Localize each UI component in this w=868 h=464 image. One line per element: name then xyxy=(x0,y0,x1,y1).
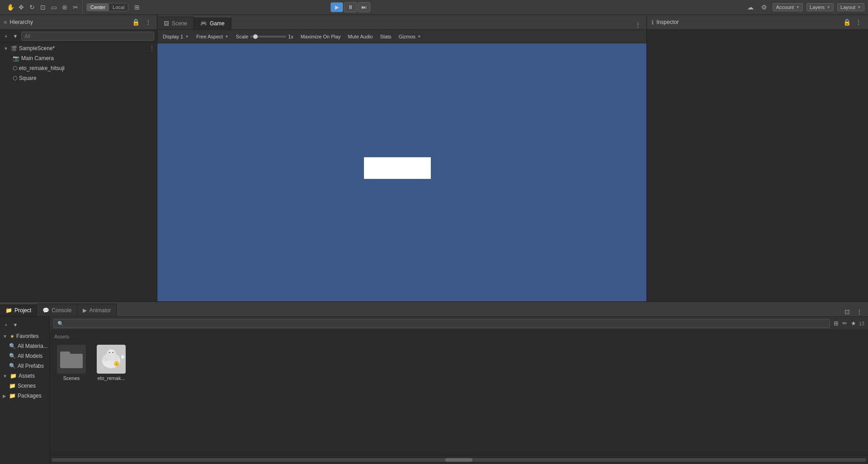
sidebar-scenes[interactable]: 📁 Scenes xyxy=(0,381,49,391)
display-selector[interactable]: Display 1 ▼ xyxy=(161,33,191,40)
scene-tab[interactable]: 🖼 Scene xyxy=(157,17,194,29)
account-dropdown[interactable]: Account ▼ xyxy=(773,3,803,11)
all-models-label: All Models xyxy=(18,353,42,359)
project-search-input[interactable] xyxy=(53,319,830,328)
aspect-label: Free Aspect xyxy=(196,34,223,39)
stats-btn[interactable]: Stats xyxy=(378,33,393,40)
layers-label: Layers xyxy=(810,5,825,10)
center-btn[interactable]: Center xyxy=(87,4,109,11)
sidebar-favorites[interactable]: ▼ ★ Favorites xyxy=(0,331,49,341)
gizmos-arrow: ▼ xyxy=(417,34,421,39)
scale-slider[interactable] xyxy=(250,36,286,37)
aspect-selector[interactable]: Free Aspect ▼ xyxy=(194,33,231,40)
mute-audio-btn[interactable]: Mute Audio xyxy=(346,33,375,40)
display-arrow: ▼ xyxy=(185,34,189,39)
hierarchy-add-btn[interactable]: + xyxy=(3,33,9,40)
scale-tool-btn[interactable]: ⊡ xyxy=(38,2,48,12)
inspector-lock-btn[interactable]: 🔒 xyxy=(843,19,851,26)
console-tab[interactable]: 💬 Console xyxy=(37,304,77,316)
project-add-btn[interactable]: + xyxy=(3,321,9,328)
step-button[interactable]: ⏭ xyxy=(358,2,370,12)
game-tab[interactable]: 🎮 Game xyxy=(194,17,231,29)
assets-arrow-icon: ▼ xyxy=(3,374,7,379)
packages-label: Packages xyxy=(18,393,42,399)
bottom-more-btn[interactable]: ⋮ xyxy=(854,307,864,316)
game-toolbar: Display 1 ▼ Free Aspect ▼ Scale 1x Maxim… xyxy=(157,30,646,43)
sidebar-all-materials[interactable]: 🔍 All Materia... xyxy=(0,341,49,351)
account-label: Account xyxy=(776,5,794,10)
sidebar-assets-header[interactable]: ▼ 📁 Assets xyxy=(0,371,49,381)
hierarchy-sheep-item[interactable]: ⬡ eto_remake_hitsuji xyxy=(0,63,157,73)
collab-icon[interactable]: ☁ xyxy=(745,2,755,12)
rotate-tool-btn[interactable]: ↻ xyxy=(27,2,37,12)
all-materials-label: All Materia... xyxy=(18,343,48,349)
mute-label: Mute Audio xyxy=(348,34,373,39)
gizmos-btn[interactable]: Gizmos ▼ xyxy=(397,33,423,40)
scene-name: SampleScene* xyxy=(19,45,55,52)
asset-scenes-folder[interactable]: Scenes xyxy=(53,343,90,383)
hierarchy-dropdown-btn[interactable]: ▼ xyxy=(11,33,19,40)
sheep-name: eto_remake_hitsuji xyxy=(19,65,65,71)
svg-rect-1 xyxy=(60,352,70,356)
scale-label: Scale xyxy=(236,34,249,39)
scene-game-tabbar: 🖼 Scene 🎮 Game ⋮ xyxy=(157,15,646,30)
game-tab-label: Game xyxy=(210,20,225,27)
obj-icon-2: ⬡ xyxy=(13,75,17,81)
right-toolbar: ☁ ⚙ Account ▼ Layers ▼ Layout ▼ xyxy=(745,2,864,12)
inspector-icon: ℹ xyxy=(651,19,654,26)
tab-more-btn[interactable]: ⋮ xyxy=(633,20,643,29)
transform-tool-btn[interactable]: ⊛ xyxy=(60,2,70,12)
project-tab[interactable]: 📁 Project xyxy=(0,304,37,316)
bottom-maximize-btn[interactable]: ⊡ xyxy=(843,307,852,316)
project-add-bar: + ▼ xyxy=(0,319,49,331)
pause-button[interactable]: ⏸ xyxy=(344,2,357,12)
scene-dots-btn[interactable]: ⋮ xyxy=(149,45,155,52)
layout-dropdown[interactable]: Layout ▼ xyxy=(837,3,864,11)
grid-btn[interactable]: ⊞ xyxy=(132,2,142,12)
project-dropdown-btn[interactable]: ▼ xyxy=(11,321,19,328)
asset-sheep-sprite[interactable]: ¥ eto_remak... xyxy=(93,343,129,383)
project-scrollbar[interactable] xyxy=(52,458,866,462)
hierarchy-more-btn[interactable]: ⋮ xyxy=(143,18,153,27)
console-tab-label: Console xyxy=(52,307,71,314)
hierarchy-scene-item[interactable]: ▼ 🎬 SampleScene* ⋮ xyxy=(0,43,157,53)
search-icon-1: 🔍 xyxy=(9,343,16,349)
inspector-panel: ℹ Inspector 🔒 ⋮ xyxy=(646,15,868,301)
play-button[interactable]: ▶ xyxy=(330,2,343,12)
project-tab-icon: 📁 xyxy=(5,307,12,314)
hierarchy-camera-item[interactable]: 📷 Main Camera xyxy=(0,53,157,63)
animator-tab[interactable]: ▶ Animator xyxy=(77,304,117,316)
layers-dropdown[interactable]: Layers ▼ xyxy=(807,3,834,11)
favorites-star-icon: ★ xyxy=(10,333,14,339)
columns-view-btn[interactable]: ⊞ xyxy=(833,319,840,328)
hand-tool-btn[interactable]: ✋ xyxy=(5,2,15,12)
tab-actions: ⋮ xyxy=(633,20,646,29)
tool-icons: ✋ ✥ ↻ ⊡ ▭ ⊛ ✂ xyxy=(4,0,83,14)
transform-toggle: Center Local xyxy=(86,3,128,11)
stats-label: Stats xyxy=(380,34,392,39)
move-tool-btn[interactable]: ✥ xyxy=(16,2,26,12)
hierarchy-header: ≡ Hierarchy 🔒 ⋮ xyxy=(0,15,157,30)
hierarchy-header-actions: 🔒 ⋮ xyxy=(130,18,153,27)
custom-tool-btn[interactable]: ✂ xyxy=(71,2,80,12)
console-tab-icon: 💬 xyxy=(42,307,49,314)
rect-tool-btn[interactable]: ▭ xyxy=(49,2,59,12)
hierarchy-search[interactable] xyxy=(21,32,154,41)
maximize-on-play-btn[interactable]: Maximize On Play xyxy=(299,33,343,40)
layout-label: Layout xyxy=(840,5,855,10)
game-viewport xyxy=(157,43,646,301)
sidebar-packages-header[interactable]: ▶ 📁 Packages xyxy=(0,391,49,401)
inspector-more-btn[interactable]: ⋮ xyxy=(854,18,863,27)
sidebar-all-prefabs[interactable]: 🔍 All Prefabs xyxy=(0,361,49,371)
aspect-arrow: ▼ xyxy=(225,34,229,39)
edit-view-btn[interactable]: ✏ xyxy=(841,319,848,328)
scenes-folder-icon: 📁 xyxy=(9,383,16,389)
sidebar-all-models[interactable]: 🔍 All Models xyxy=(0,351,49,361)
local-btn[interactable]: Local xyxy=(109,4,128,11)
inspector-title: Inspector xyxy=(656,19,679,25)
hierarchy-lock-btn[interactable]: 🔒 xyxy=(130,18,142,27)
scene-icon: 🎬 xyxy=(11,46,17,52)
star-view-btn[interactable]: ★ xyxy=(850,319,857,328)
hierarchy-square-item[interactable]: ⬡ Square xyxy=(0,73,157,83)
cloud-icon[interactable]: ⚙ xyxy=(759,2,769,12)
